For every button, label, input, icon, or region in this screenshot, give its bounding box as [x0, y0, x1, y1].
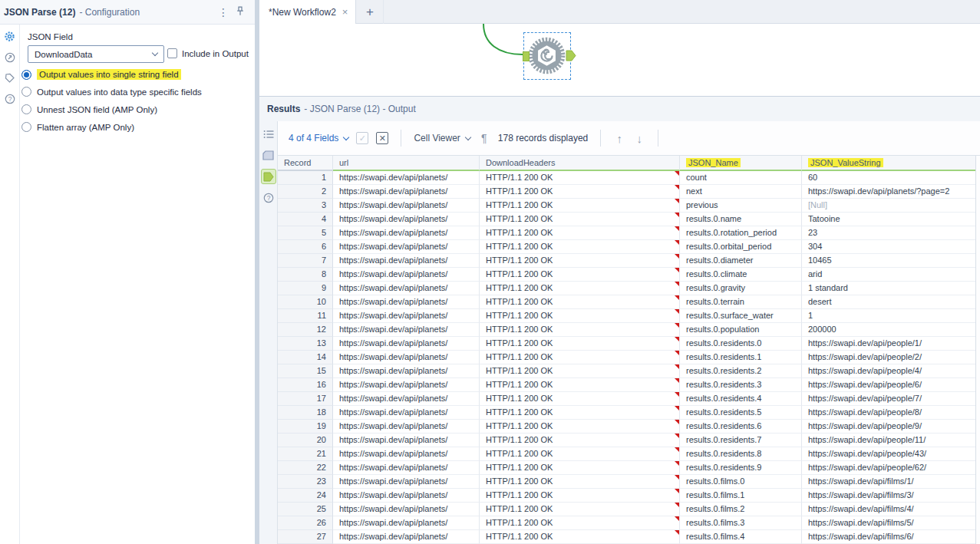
scroll-up-icon[interactable]: ↑: [613, 132, 625, 144]
cell-json-name[interactable]: next: [680, 185, 802, 199]
cell-json-valuestring[interactable]: 10465: [802, 254, 975, 268]
open-workflow-arrow-icon[interactable]: [4, 51, 15, 63]
cell-url[interactable]: https://swapi.dev/api/planets/: [333, 199, 480, 213]
cell-url[interactable]: https://swapi.dev/api/planets/: [333, 392, 480, 406]
cell-json-name[interactable]: results.0.rotation_period: [680, 226, 802, 240]
cell-downloadheaders[interactable]: HTTP/1.1 200 OK: [480, 185, 680, 199]
cell-json-name[interactable]: results.0.films.4: [680, 530, 802, 544]
cell-downloadheaders[interactable]: HTTP/1.1 200 OK: [480, 530, 680, 544]
table-row[interactable]: 26https://swapi.dev/api/planets/HTTP/1.1…: [278, 516, 975, 530]
cell-downloadheaders[interactable]: HTTP/1.1 200 OK: [480, 323, 680, 337]
cell-json-name[interactable]: results.0.residents.1: [680, 351, 802, 364]
radio-data-type-fields[interactable]: Output values into data type specific fi…: [21, 87, 202, 97]
cell-url[interactable]: https://swapi.dev/api/planets/: [333, 337, 480, 351]
cell-downloadheaders[interactable]: HTTP/1.1 200 OK: [480, 434, 680, 447]
table-row[interactable]: 14https://swapi.dev/api/planets/HTTP/1.1…: [278, 351, 975, 364]
cell-downloadheaders[interactable]: HTTP/1.1 200 OK: [480, 226, 680, 240]
cell-json-name[interactable]: results.0.surface_water: [680, 309, 802, 323]
pin-icon[interactable]: [232, 6, 249, 18]
cell-record[interactable]: 12: [278, 323, 333, 337]
cell-json-valuestring[interactable]: https://swapi.dev/api/people/4/: [802, 364, 975, 378]
cell-downloadheaders[interactable]: HTTP/1.1 200 OK: [480, 240, 680, 254]
cell-json-valuestring[interactable]: https://swapi.dev/api/people/6/: [802, 378, 975, 392]
cell-record[interactable]: 24: [278, 489, 333, 503]
cell-downloadheaders[interactable]: HTTP/1.1 200 OK: [480, 475, 680, 489]
cell-json-name[interactable]: count: [680, 171, 802, 185]
cell-url[interactable]: https://swapi.dev/api/planets/: [333, 475, 480, 489]
cell-downloadheaders[interactable]: HTTP/1.1 200 OK: [480, 213, 680, 226]
close-icon[interactable]: ×: [342, 6, 348, 18]
cell-json-valuestring[interactable]: [Null]: [802, 199, 975, 213]
cell-record[interactable]: 15: [278, 364, 333, 378]
table-row[interactable]: 5https://swapi.dev/api/planets/HTTP/1.1 …: [278, 226, 975, 240]
cell-json-valuestring[interactable]: Tatooine: [802, 213, 975, 226]
cell-record[interactable]: 14: [278, 351, 333, 364]
fields-selector-dropdown[interactable]: 4 of 4 Fields: [289, 133, 348, 143]
tab-new-workflow2[interactable]: *New Workflow2 ×: [259, 0, 356, 24]
cell-downloadheaders[interactable]: HTTP/1.1 200 OK: [480, 420, 680, 434]
table-row[interactable]: 23https://swapi.dev/api/planets/HTTP/1.1…: [278, 475, 975, 489]
table-row[interactable]: 1https://swapi.dev/api/planets/HTTP/1.1 …: [278, 171, 975, 185]
cell-record[interactable]: 6: [278, 240, 333, 254]
table-row[interactable]: 7https://swapi.dev/api/planets/HTTP/1.1 …: [278, 254, 975, 268]
table-row[interactable]: 10https://swapi.dev/api/planets/HTTP/1.1…: [278, 295, 975, 309]
cell-record[interactable]: 21: [278, 447, 333, 461]
help-icon[interactable]: ?: [262, 191, 276, 205]
cell-json-valuestring[interactable]: https://swapi.dev/api/people/11/: [802, 434, 975, 447]
cell-json-valuestring[interactable]: https://swapi.dev/api/films/5/: [802, 516, 975, 530]
cell-json-valuestring[interactable]: 1 standard: [802, 282, 975, 295]
cell-json-name[interactable]: results.0.population: [680, 323, 802, 337]
cell-json-name[interactable]: results.0.residents.0: [680, 337, 802, 351]
cell-json-valuestring[interactable]: https://swapi.dev/api/people/2/: [802, 351, 975, 364]
cell-downloadheaders[interactable]: HTTP/1.1 200 OK: [480, 516, 680, 530]
cell-downloadheaders[interactable]: HTTP/1.1 200 OK: [480, 447, 680, 461]
cell-json-valuestring[interactable]: 304: [802, 240, 975, 254]
cell-url[interactable]: https://swapi.dev/api/planets/: [333, 406, 480, 420]
annotation-tag-icon[interactable]: [4, 72, 15, 84]
select-all-fields-icon[interactable]: ✓: [356, 132, 368, 144]
table-row[interactable]: 6https://swapi.dev/api/planets/HTTP/1.1 …: [278, 240, 975, 254]
table-row[interactable]: 20https://swapi.dev/api/planets/HTTP/1.1…: [278, 434, 975, 447]
workflow-canvas[interactable]: [259, 24, 980, 96]
output-anchor[interactable]: [566, 50, 576, 64]
json-parse-tool-node[interactable]: [523, 32, 571, 80]
column-header-json-valuestring[interactable]: JSON_ValueString: [802, 156, 975, 171]
kebab-menu-icon[interactable]: ⋮: [215, 6, 232, 18]
deselect-fields-icon[interactable]: ✕: [376, 132, 388, 144]
cell-json-name[interactable]: results.0.orbital_period: [680, 240, 802, 254]
cell-json-name[interactable]: results.0.films.3: [680, 516, 802, 530]
table-row[interactable]: 17https://swapi.dev/api/planets/HTTP/1.1…: [278, 392, 975, 406]
checkbox-box[interactable]: [167, 48, 177, 58]
cell-json-valuestring[interactable]: https://swapi.dev/api/people/43/: [802, 447, 975, 461]
cell-json-name[interactable]: results.0.residents.6: [680, 420, 802, 434]
cell-url[interactable]: https://swapi.dev/api/planets/: [333, 530, 480, 544]
cell-downloadheaders[interactable]: HTTP/1.1 200 OK: [480, 282, 680, 295]
input-anchor[interactable]: [523, 51, 530, 61]
configuration-gear-icon[interactable]: [4, 31, 15, 42]
json-field-dropdown[interactable]: DownloadData: [28, 45, 164, 63]
table-row[interactable]: 11https://swapi.dev/api/planets/HTTP/1.1…: [278, 309, 975, 323]
cell-record[interactable]: 13: [278, 337, 333, 351]
cell-json-valuestring[interactable]: https://swapi.dev/api/people/8/: [802, 406, 975, 420]
cell-json-valuestring[interactable]: https://swapi.dev/api/films/3/: [802, 489, 975, 503]
cell-json-name[interactable]: results.0.residents.7: [680, 434, 802, 447]
cell-url[interactable]: https://swapi.dev/api/planets/: [333, 351, 480, 364]
cell-json-name[interactable]: results.0.residents.9: [680, 461, 802, 475]
cell-downloadheaders[interactable]: HTTP/1.1 200 OK: [480, 364, 680, 378]
cell-json-name[interactable]: results.0.residents.3: [680, 378, 802, 392]
cell-url[interactable]: https://swapi.dev/api/planets/: [333, 185, 480, 199]
cell-json-name[interactable]: results.0.residents.2: [680, 364, 802, 378]
table-row[interactable]: 21https://swapi.dev/api/planets/HTTP/1.1…: [278, 447, 975, 461]
cell-url[interactable]: https://swapi.dev/api/planets/: [333, 171, 480, 185]
cell-json-valuestring[interactable]: desert: [802, 295, 975, 309]
cell-json-name[interactable]: results.0.residents.4: [680, 392, 802, 406]
cell-json-name[interactable]: results.0.climate: [680, 268, 802, 282]
cell-downloadheaders[interactable]: HTTP/1.1 200 OK: [480, 171, 680, 185]
radio-button[interactable]: [21, 70, 31, 80]
radio-button[interactable]: [21, 87, 31, 97]
cell-json-name[interactable]: results.0.name: [680, 213, 802, 226]
cell-json-name[interactable]: results.0.films.1: [680, 489, 802, 503]
cell-json-name[interactable]: results.0.residents.5: [680, 406, 802, 420]
cell-downloadheaders[interactable]: HTTP/1.1 200 OK: [480, 199, 680, 213]
radio-single-string-field[interactable]: Output values into single string field: [21, 69, 181, 80]
